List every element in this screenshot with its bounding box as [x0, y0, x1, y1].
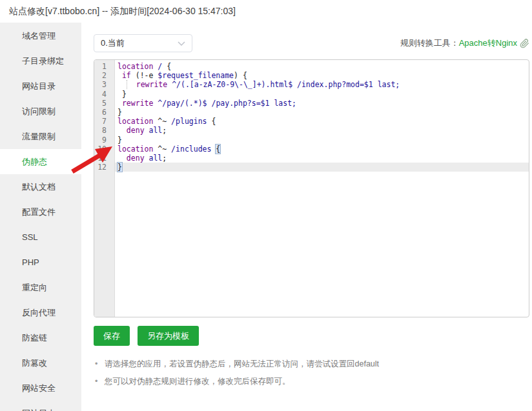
- rule-converter: 规则转换工具： Apache转Nginx: [400, 34, 529, 52]
- sidebar-item-site-dir[interactable]: 网站目录: [0, 74, 81, 99]
- paperclip-icon[interactable]: [520, 39, 529, 48]
- save-as-template-button[interactable]: 另存为模板: [138, 326, 199, 346]
- converter-link[interactable]: Apache转Nginx: [459, 37, 517, 49]
- note-item: 您可以对伪静态规则进行修改，修改完后保存即可。: [95, 376, 379, 386]
- template-select-value: 0.当前: [101, 37, 125, 49]
- converter-label: 规则转换工具：: [400, 37, 459, 49]
- line-number: 9: [94, 135, 114, 145]
- code-line: deny all;: [115, 154, 529, 163]
- rewrite-rules-editor[interactable]: 123456789101112 location / { if (!-e $re…: [94, 59, 529, 317]
- line-number: 5: [94, 99, 114, 108]
- notes-list: 请选择您的应用，若设置伪静态后，网站无法正常访问，请尝试设置回default您可…: [95, 359, 379, 394]
- code-line: location / {: [115, 62, 529, 71]
- code-line: }: [115, 135, 529, 145]
- code-line: }: [115, 163, 529, 172]
- sidebar-item-domain-manage[interactable]: 域名管理: [0, 23, 81, 48]
- save-button[interactable]: 保存: [94, 326, 130, 346]
- template-select[interactable]: 0.当前: [94, 34, 192, 52]
- sidebar-item-site-logs[interactable]: 网站日志: [0, 401, 81, 411]
- sidebar-item-redirect[interactable]: 重定向: [0, 275, 81, 300]
- line-number: 11: [94, 154, 114, 163]
- line-number: 10: [94, 145, 114, 154]
- action-buttons: 保存 另存为模板: [94, 326, 199, 346]
- line-number: 7: [94, 117, 114, 126]
- chevron-down-icon: [178, 41, 185, 46]
- content-panel: 0.当前 规则转换工具： Apache转Nginx 12345678910111…: [81, 23, 532, 411]
- sidebar-item-subdir-bind[interactable]: 子目录绑定: [0, 48, 81, 74]
- sidebar-item-hotlink-protect[interactable]: 防盗链: [0, 325, 81, 350]
- line-number: 2: [94, 71, 114, 80]
- line-number: 8: [94, 126, 114, 135]
- sidebar-item-tamper-proof[interactable]: 防篡改: [0, 350, 81, 376]
- code-line: if (!-e $request_filename) {: [115, 71, 529, 80]
- sidebar-item-reverse-proxy[interactable]: 反向代理: [0, 300, 81, 325]
- sidebar-item-traffic-limit[interactable]: 流量限制: [0, 124, 81, 149]
- code-line: deny all;: [115, 126, 529, 135]
- sidebar-item-access-limit[interactable]: 访问限制: [0, 99, 81, 124]
- note-item: 请选择您的应用，若设置伪静态后，网站无法正常访问，请尝试设置回default: [95, 359, 379, 369]
- sidebar-item-default-doc[interactable]: 默认文档: [0, 174, 81, 199]
- line-number: 3: [94, 80, 114, 89]
- sidebar-item-ssl[interactable]: SSL: [0, 225, 81, 250]
- sidebar: 域名管理子目录绑定网站目录访问限制流量限制伪静态默认文档配置文件SSLPHP重定…: [0, 23, 81, 411]
- code-line: }: [115, 108, 529, 117]
- line-number: 1: [94, 62, 114, 71]
- code-line: rewrite ^/pay/(.*)$ /pay.php?s=$1 last;: [115, 99, 529, 108]
- code-line: location ^~ /includes {: [115, 145, 529, 154]
- line-number-gutter: 123456789101112: [94, 60, 115, 317]
- sidebar-item-php[interactable]: PHP: [0, 250, 81, 275]
- code-line: location ^~ /plugins {: [115, 117, 529, 126]
- page-title: 站点修改[v7.ttbobo.cn] -- 添加时间[2024-06-30 15…: [0, 0, 236, 23]
- sidebar-item-rewrite[interactable]: 伪静态: [0, 149, 81, 174]
- dialog-titlebar: 站点修改[v7.ttbobo.cn] -- 添加时间[2024-06-30 15…: [0, 0, 532, 23]
- code-line: }: [115, 90, 529, 99]
- line-number: 12: [94, 163, 114, 172]
- sidebar-item-config-file[interactable]: 配置文件: [0, 199, 81, 225]
- sidebar-item-site-security[interactable]: 网站安全: [0, 376, 81, 401]
- code-area[interactable]: location / { if (!-e $request_filename) …: [115, 60, 529, 317]
- code-line: rewrite ^/(.[a-zA-Z0-9\-\_]+).html$ /ind…: [115, 80, 529, 89]
- line-number: 6: [94, 108, 114, 117]
- line-number: 4: [94, 90, 114, 99]
